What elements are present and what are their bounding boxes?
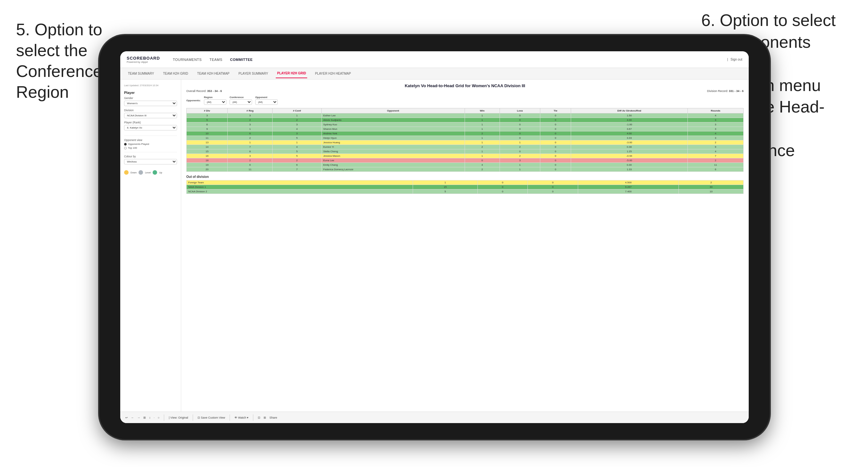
toolbar-grid[interactable]: ⊞ — [143, 416, 146, 419]
toolbar-divider-3 — [229, 414, 230, 421]
nav-item-tournaments[interactable]: TOURNAMENTS — [173, 56, 202, 63]
th-tie: Tie — [540, 108, 571, 114]
ood-label-cell: Foreign Team — [187, 181, 413, 185]
table-cell: 2 — [273, 118, 321, 122]
table-cell: 6 — [187, 122, 228, 127]
table-cell: 11 — [228, 167, 273, 172]
sidebar-opponents-played-option[interactable]: Opponents Played — [124, 143, 177, 146]
table-cell: 1 — [465, 149, 500, 154]
table-cell: 2 — [228, 136, 273, 141]
toolbar-undo[interactable]: ↩ — [125, 416, 128, 419]
opponent-filter-group: Opponent (All) — [255, 96, 278, 105]
sidebar-player-title: Player — [124, 91, 177, 95]
table-cell: 1 — [465, 136, 500, 141]
sub-nav-player-h2h-grid[interactable]: PLAYER H2H GRID — [276, 69, 307, 78]
table-cell: 0 — [540, 136, 571, 141]
table-row: 1635Jessica Mason120-0.947 — [187, 154, 744, 158]
toolbar-back[interactable]: ← — [131, 416, 134, 419]
ood-cell: 0 — [528, 185, 578, 189]
nav-right: | Sign out — [727, 58, 742, 61]
table-cell: Sharon Mun — [321, 127, 465, 131]
ood-cell: 0 — [528, 189, 578, 194]
sidebar-opponent-view-label: Opponent view — [124, 138, 177, 142]
legend-down-dot — [124, 170, 129, 175]
table-cell: Andrea York — [321, 131, 465, 136]
table-cell: 0.30 — [571, 163, 687, 167]
toolbar-view-original[interactable]: | View: Original — [169, 416, 188, 419]
region-select[interactable]: (All) — [204, 99, 226, 105]
radio-opponents-played-dot — [124, 143, 127, 146]
nav-item-committee[interactable]: COMMITTEE — [230, 56, 253, 63]
table-cell: 0 — [540, 122, 571, 127]
ood-label-cell: NAIA Division 1 — [187, 185, 413, 189]
opponents-filter-label: Opponents: — [186, 99, 201, 102]
sub-nav-player-h2h-heatmap[interactable]: PLAYER H2H HEATMAP — [314, 69, 352, 78]
sidebar-colour-by-select[interactable]: Win/loss — [124, 159, 177, 164]
sidebar-updated: Last Updated: 27/03/2024 10:34 — [124, 84, 177, 87]
table-row: 914Sharon Mun1003.673 — [187, 127, 744, 131]
region-label: Region — [204, 96, 226, 99]
toolbar-watch[interactable]: 👁 Watch ▾ — [235, 416, 248, 419]
table-cell: 4 — [688, 149, 744, 154]
sidebar: Last Updated: 27/03/2024 10:34 Player Ge… — [120, 80, 181, 411]
sub-nav-team-h2h-heatmap[interactable]: TEAM H2H HEATMAP — [196, 69, 231, 78]
table-cell: 1.50 — [571, 114, 687, 118]
table-cell: 4.00 — [571, 131, 687, 136]
table-cell: 20 — [187, 167, 228, 172]
toolbar-share-icon[interactable]: ⊞ — [264, 416, 266, 419]
toolbar-save-custom-view[interactable]: ⊡ Save Custom View — [197, 416, 225, 419]
main-content: Last Updated: 27/03/2024 10:34 Player Ge… — [120, 80, 749, 411]
opponent-select[interactable]: (All) — [255, 99, 278, 105]
nav-item-teams[interactable]: TEAMS — [209, 56, 222, 63]
sub-nav-player-summary[interactable]: PLAYER SUMMARY — [237, 69, 269, 78]
table-cell: 1 — [500, 141, 540, 145]
table-cell: 1 — [465, 114, 500, 118]
table-cell: 2 — [500, 154, 540, 158]
sidebar-player-rank-select[interactable]: 8. Katelyn Vo — [124, 125, 177, 130]
ood-cell: 1 — [413, 181, 478, 185]
table-cell: 3 — [500, 158, 540, 163]
ood-table-row: Foreign Team1004.5002 — [187, 181, 744, 185]
ood-cell: 15 — [413, 185, 478, 189]
toolbar-dot[interactable]: · — [154, 416, 155, 419]
table-cell: 0 — [465, 158, 500, 163]
toolbar-circle[interactable]: ○ — [158, 416, 159, 419]
table-cell: 0 — [540, 114, 571, 118]
nav-sign-out[interactable]: Sign out — [731, 58, 742, 61]
table-cell: 0 — [540, 167, 571, 172]
table-cell: 0 — [540, 145, 571, 149]
table-cell: 1.25 — [571, 149, 687, 154]
table-row: 1311Jessica Huang110-3.002 — [187, 141, 744, 145]
table-cell: Heejo Hyun — [321, 136, 465, 141]
top-nav: SCOREBOARD Powered by clippd TOURNAMENTS… — [120, 51, 749, 68]
sidebar-top100-option[interactable]: Top 100 — [124, 147, 177, 149]
table-cell: 1 — [465, 122, 500, 127]
table-row: 1125Heejo Hyun1003.333 — [187, 136, 744, 141]
tablet-screen: SCOREBOARD Powered by clippd TOURNAMENTS… — [120, 51, 749, 423]
toolbar-export[interactable]: ⊡ — [258, 416, 260, 419]
table-cell: 7 — [688, 154, 744, 158]
table-row: 1474Eunice Yi2200.389 — [187, 145, 744, 149]
sidebar-division-select[interactable]: NCAA Division III NCAA Division I NCAA D… — [124, 113, 177, 118]
table-cell: 2 — [465, 167, 500, 172]
table-cell: 11 — [187, 136, 228, 141]
toolbar-share[interactable]: Share — [269, 416, 277, 419]
table-cell: 3 — [688, 122, 744, 127]
table-cell: 2 — [228, 118, 273, 122]
sub-nav-team-summary[interactable]: TEAM SUMMARY — [127, 69, 156, 78]
table-cell: 3.33 — [571, 136, 687, 141]
table-cell: 2 — [688, 141, 744, 145]
sub-nav-team-h2h-grid[interactable]: TEAM H2H GRID — [162, 69, 189, 78]
sidebar-gender-select[interactable]: Women's Men's — [124, 101, 177, 106]
legend-down-label: Down — [130, 171, 136, 174]
toolbar-arrows[interactable]: ↕ — [149, 416, 151, 419]
th-rounds: Rounds — [688, 108, 744, 114]
conference-select[interactable]: (All) — [229, 99, 252, 105]
table-cell: 19 — [187, 163, 228, 167]
table-cell: -3.00 — [571, 141, 687, 145]
ood-cell: 0 — [477, 189, 528, 194]
toolbar-divider-4 — [253, 414, 253, 421]
toolbar-forward[interactable]: → — [137, 416, 140, 419]
sidebar-divider — [124, 135, 177, 136]
table-row: 1966Emily Chang4100.3011 — [187, 163, 744, 167]
